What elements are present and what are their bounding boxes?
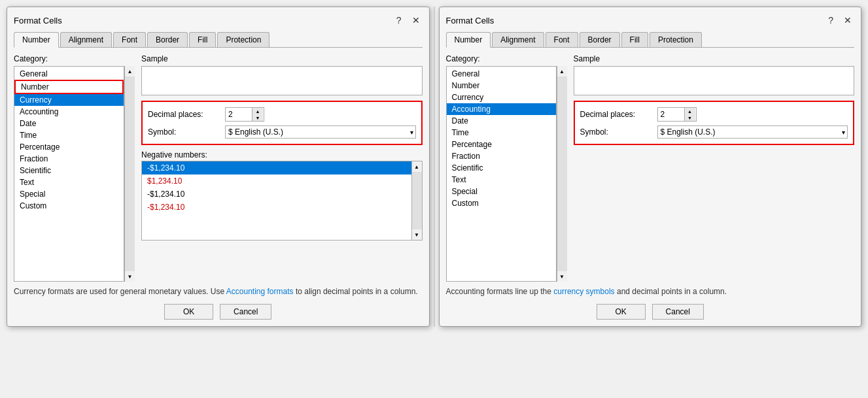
symbol-label-2: Symbol: [580,127,652,137]
neg-scroll-up-1[interactable]: ▲ [412,161,422,172]
spinner-up-1[interactable]: ▲ [252,108,263,114]
description-area-2: Accounting formats line up the currency … [446,286,855,297]
close-button-1[interactable]: ✕ [409,14,423,27]
cat-fraction-1[interactable]: Fraction [14,153,124,165]
decimal-label-1: Decimal places: [148,110,220,119]
neg-scroll-track-1 [412,172,422,229]
category-list-2[interactable]: General Number Currency Accounting Date … [446,66,557,282]
cat-custom-2[interactable]: Custom [447,197,556,209]
cat-percentage-2[interactable]: Percentage [447,139,556,150]
cat-percentage-1[interactable]: Percentage [14,141,124,153]
symbol-select-wrapper-1[interactable]: $ English (U.S.) [225,125,416,139]
cat-text-2[interactable]: Text [447,174,556,186]
title-bar-2: Format Cells ? ✕ [446,14,855,27]
title-controls-1: ? ✕ [394,14,423,27]
accounting-spacer [574,150,855,282]
tab-border-1[interactable]: Border [147,32,188,47]
cat-fraction-2[interactable]: Fraction [447,150,556,162]
scroll-down-1[interactable]: ▼ [125,271,135,282]
decimal-input-1[interactable] [226,108,252,120]
tab-protection-1[interactable]: Protection [217,32,269,47]
symbol-select-2[interactable]: $ English (U.S.) [657,125,848,139]
cat-custom-1[interactable]: Custom [14,200,124,212]
neg-scrollbar-1[interactable]: ▲ ▼ [411,161,422,240]
description-link-1[interactable]: Accounting formats [226,287,294,296]
tab-protection-2[interactable]: Protection [650,32,702,47]
cancel-button-2[interactable]: Cancel [652,304,704,320]
scroll-down-2[interactable]: ▼ [557,271,567,282]
cat-time-1[interactable]: Time [14,129,124,141]
category-list-1[interactable]: General Number Currency Accounting Date … [14,66,124,282]
cat-currency-2[interactable]: Currency [447,91,556,103]
ok-button-2[interactable]: OK [597,304,646,320]
sample-box-1 [141,66,423,95]
symbol-select-1[interactable]: $ English (U.S.) [225,125,416,139]
content-1: Category: General Number Currency Accoun… [14,54,423,282]
tab-number-2[interactable]: Number [446,32,491,48]
spinner-btns-2: ▲ ▼ [684,108,695,121]
cat-general-1[interactable]: General [14,68,124,80]
tab-font-1[interactable]: Font [113,32,146,47]
tab-border-2[interactable]: Border [580,32,620,47]
cat-number-1[interactable]: Number [14,80,124,94]
cat-special-1[interactable]: Special [14,188,124,200]
cat-date-2[interactable]: Date [447,115,556,127]
scroll-up-2[interactable]: ▲ [557,66,567,76]
description-link-2[interactable]: currency symbols [553,287,614,296]
tab-alignment-1[interactable]: Alignment [60,32,112,47]
neg-numbers-list-1[interactable]: -$1,234.10 $1,234.10 -$1,234.10 -$1,234.… [141,161,423,240]
help-button-1[interactable]: ? [394,14,404,27]
category-section-1: Category: General Number Currency Accoun… [14,54,135,282]
cancel-button-1[interactable]: Cancel [220,304,271,320]
cat-currency-1[interactable]: Currency [14,94,124,106]
cat-accounting-2[interactable]: Accounting [447,103,556,115]
content-2: Category: General Number Currency Accoun… [446,54,855,282]
decimal-input-2[interactable] [658,108,684,120]
decimal-spinner-2[interactable]: ▲ ▼ [657,107,697,122]
tab-fill-2[interactable]: Fill [621,32,648,47]
cat-special-2[interactable]: Special [447,186,556,197]
neg-item-1[interactable]: -$1,234.10 [142,161,411,174]
tab-alignment-2[interactable]: Alignment [492,32,544,47]
tab-fill-1[interactable]: Fill [189,32,216,47]
right-panel-2: Sample Decimal places: ▲ ▼ Symbol [574,54,855,282]
neg-item-2[interactable]: $1,234.10 [142,174,411,188]
spinner-btns-1: ▲ ▼ [252,108,263,121]
cat-general-2[interactable]: General [447,68,556,80]
cat-accounting-1[interactable]: Accounting [14,106,124,118]
description-area-1: Currency formats are used for general mo… [14,286,423,297]
decimal-row-1: Decimal places: ▲ ▼ [148,107,416,122]
spinner-up-2[interactable]: ▲ [685,108,695,114]
cat-scientific-2[interactable]: Scientific [447,162,556,174]
neg-numbers-label-1: Negative numbers: [141,150,423,159]
ok-button-1[interactable]: OK [164,304,213,320]
decimal-row-2: Decimal places: ▲ ▼ [580,107,848,122]
tab-font-2[interactable]: Font [546,32,578,47]
settings-box-1: Decimal places: ▲ ▼ Symbol: $ English (U… [141,101,423,145]
symbol-select-wrapper-2[interactable]: $ English (U.S.) [657,125,848,139]
cat-text-1[interactable]: Text [14,176,124,188]
scroll-track-2 [557,76,567,271]
neg-item-3[interactable]: -$1,234.10 [142,188,411,201]
category-scrollbar-1[interactable]: ▲ ▼ [124,66,135,282]
cat-scientific-1[interactable]: Scientific [14,165,124,176]
decimal-spinner-1[interactable]: ▲ ▼ [225,107,264,122]
close-button-2[interactable]: ✕ [841,14,854,27]
scroll-up-1[interactable]: ▲ [125,66,135,76]
dialog-divider [434,7,435,327]
neg-item-4[interactable]: -$1,234.10 [142,201,411,214]
spinner-down-1[interactable]: ▼ [252,114,263,121]
category-label-1: Category: [14,54,135,63]
cat-date-1[interactable]: Date [14,118,124,129]
cat-time-2[interactable]: Time [447,127,556,139]
category-label-2: Category: [446,54,567,63]
category-scrollbar-2[interactable]: ▲ ▼ [557,66,567,282]
scroll-track-1 [125,76,135,271]
help-button-2[interactable]: ? [825,14,836,27]
spinner-down-2[interactable]: ▼ [685,114,695,121]
tab-number-1[interactable]: Number [14,32,59,48]
neg-scroll-down-1[interactable]: ▼ [412,229,422,240]
symbol-row-1: Symbol: $ English (U.S.) [148,125,416,139]
cat-number-2[interactable]: Number [447,80,556,91]
title-bar-1: Format Cells ? ✕ [14,14,423,27]
